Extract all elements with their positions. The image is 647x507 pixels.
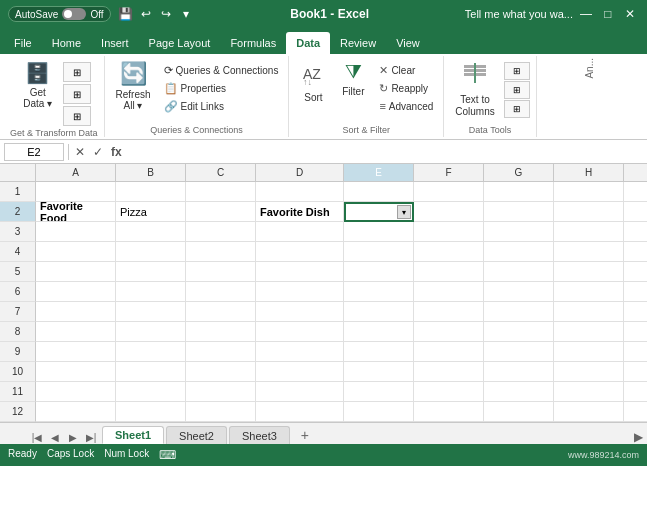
cell-a10[interactable] [36,362,116,382]
cell-d9[interactable] [256,342,344,362]
cell-i9[interactable] [624,342,647,362]
col-header-c[interactable]: C [186,164,256,181]
tab-review[interactable]: Review [330,32,386,54]
cell-g9[interactable] [484,342,554,362]
advanced-button[interactable]: ≡ Advanced [375,98,437,114]
cell-d2[interactable]: Favorite Dish [256,202,344,222]
cell-a12[interactable] [36,402,116,422]
cell-b11[interactable] [116,382,186,402]
cell-e9[interactable] [344,342,414,362]
sheet-tab-2[interactable]: Sheet2 [166,426,227,444]
sheet-scroll-btn[interactable]: ▶ [634,430,643,444]
cell-f8[interactable] [414,322,484,342]
undo-button[interactable]: ↩ [137,5,155,23]
cell-e7[interactable] [344,302,414,322]
cell-d6[interactable] [256,282,344,302]
cell-a3[interactable] [36,222,116,242]
properties-button[interactable]: 📋 Properties [160,80,283,97]
cell-a9[interactable] [36,342,116,362]
sort-button[interactable]: AZ↑↓ Sort [295,58,331,122]
cell-h7[interactable] [554,302,624,322]
cell-h3[interactable] [554,222,624,242]
cell-c2[interactable] [186,202,256,222]
cell-a6[interactable] [36,282,116,302]
cell-a7[interactable] [36,302,116,322]
close-button[interactable]: ✕ [621,5,639,23]
prev-sheet-btn[interactable]: ◀ [48,430,62,444]
dropdown-arrow-btn[interactable]: ▾ [397,205,411,219]
cell-a5[interactable] [36,262,116,282]
tab-file[interactable]: File [4,32,42,54]
cell-d3[interactable] [256,222,344,242]
cell-h9[interactable] [554,342,624,362]
customize-button[interactable]: ▾ [177,5,195,23]
cell-c8[interactable] [186,322,256,342]
save-button[interactable]: 💾 [117,5,135,23]
cell-g12[interactable] [484,402,554,422]
cell-c1[interactable] [186,182,256,202]
cell-e11[interactable] [344,382,414,402]
cell-c7[interactable] [186,302,256,322]
cell-i11[interactable] [624,382,647,402]
get-data-button[interactable]: 🗄️ GetData ▾ [17,58,59,122]
cell-b10[interactable] [116,362,186,382]
cell-c12[interactable] [186,402,256,422]
text-to-columns-button[interactable]: Text toColumns [450,58,499,122]
cell-i1[interactable] [624,182,647,202]
cell-h11[interactable] [554,382,624,402]
first-sheet-btn[interactable]: |◀ [30,430,44,444]
col-header-i[interactable]: I [624,164,647,181]
cell-h4[interactable] [554,242,624,262]
cell-d11[interactable] [256,382,344,402]
edit-links-button[interactable]: 🔗 Edit Links [160,98,283,115]
cell-g7[interactable] [484,302,554,322]
cell-f9[interactable] [414,342,484,362]
cell-i7[interactable] [624,302,647,322]
add-sheet-button[interactable]: + [296,426,314,444]
tab-insert[interactable]: Insert [91,32,139,54]
cell-h5[interactable] [554,262,624,282]
insert-function-icon[interactable]: fx [109,144,124,160]
cell-f1[interactable] [414,182,484,202]
cell-f12[interactable] [414,402,484,422]
cell-b4[interactable] [116,242,186,262]
autosave-toggle[interactable] [62,8,86,20]
cell-e12[interactable] [344,402,414,422]
col-header-b[interactable]: B [116,164,186,181]
cell-f2[interactable] [414,202,484,222]
reapply-button[interactable]: ↻ Reapply [375,80,437,97]
formula-input[interactable] [128,143,643,161]
cell-g4[interactable] [484,242,554,262]
cell-g2[interactable] [484,202,554,222]
refresh-all-button[interactable]: 🔄 RefreshAll ▾ [111,58,156,122]
cell-f4[interactable] [414,242,484,262]
cell-e2[interactable]: ▾ [344,202,414,222]
cell-b6[interactable] [116,282,186,302]
cell-b8[interactable] [116,322,186,342]
cell-f6[interactable] [414,282,484,302]
cell-h1[interactable] [554,182,624,202]
maximize-button[interactable]: □ [599,5,617,23]
cell-d10[interactable] [256,362,344,382]
cell-a4[interactable] [36,242,116,262]
col-header-a[interactable]: A [36,164,116,181]
cell-i6[interactable] [624,282,647,302]
cell-e3[interactable] [344,222,414,242]
cell-h10[interactable] [554,362,624,382]
tab-data[interactable]: Data [286,32,330,54]
cell-d7[interactable] [256,302,344,322]
cell-h2[interactable] [554,202,624,222]
cell-a1[interactable] [36,182,116,202]
cell-f7[interactable] [414,302,484,322]
cell-e4[interactable] [344,242,414,262]
cell-d8[interactable] [256,322,344,342]
cell-c9[interactable] [186,342,256,362]
cell-b1[interactable] [116,182,186,202]
cell-c3[interactable] [186,222,256,242]
col-header-g[interactable]: G [484,164,554,181]
cell-i10[interactable] [624,362,647,382]
data-tool-2[interactable]: ⊞ [504,81,530,99]
tell-me-text[interactable]: Tell me what you wa... [465,8,573,20]
cell-e6[interactable] [344,282,414,302]
cell-b5[interactable] [116,262,186,282]
